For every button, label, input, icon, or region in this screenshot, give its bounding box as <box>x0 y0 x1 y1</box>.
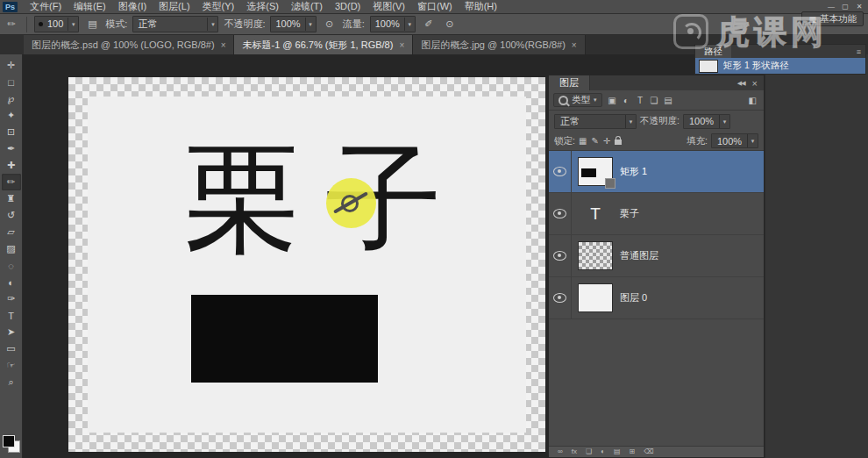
visibility-toggle[interactable] <box>549 193 572 234</box>
layer-row-text[interactable]: T 栗子 <box>549 193 764 235</box>
path-list-item[interactable]: 矩形 1 形状路径 <box>695 58 865 74</box>
canvas-rectangle-shape <box>191 295 378 383</box>
chevron-down-icon: ▾ <box>207 18 217 31</box>
layer-thumbnail[interactable] <box>578 241 613 270</box>
tab-layers[interactable]: 图层 <box>549 75 590 90</box>
opacity-select[interactable]: 100% ▾ <box>270 16 316 32</box>
layer-row-rectangle-1[interactable]: 矩形 1 <box>549 151 764 193</box>
layer-opacity-label: 不透明度: <box>640 115 679 127</box>
gradient-tool[interactable]: ▨ <box>2 240 21 257</box>
hand-tool[interactable]: ☞ <box>2 357 21 374</box>
tab-close-icon[interactable]: × <box>399 40 404 50</box>
flow-select[interactable]: 100% ▾ <box>370 16 416 32</box>
filter-pixel-layers-icon[interactable]: ▣ <box>606 96 619 105</box>
menu-file[interactable]: 文件(F) <box>24 0 68 13</box>
marquee-tool[interactable]: □ <box>2 74 21 90</box>
filter-toggle-icon[interactable]: ◧ <box>749 96 759 105</box>
lock-all-icon[interactable] <box>615 140 622 145</box>
type-tool[interactable]: T <box>2 307 21 324</box>
filter-shape-layers-icon[interactable]: ❏ <box>648 96 661 105</box>
foreground-color-swatch[interactable] <box>3 435 15 447</box>
dodge-tool[interactable]: ◐ <box>2 274 21 290</box>
menu-view[interactable]: 视图(V) <box>366 0 411 13</box>
chevron-down-icon: ▾ <box>625 115 636 128</box>
menu-image[interactable]: 图像(I) <box>112 0 153 13</box>
blend-mode-select[interactable]: 正常 ▾ <box>132 16 218 32</box>
visibility-toggle[interactable] <box>549 277 572 318</box>
eye-icon <box>553 167 566 176</box>
filter-smart-objects-icon[interactable]: ▤ <box>662 96 675 105</box>
layer-row-layer-0[interactable]: 图层 0 <box>549 277 764 319</box>
layer-thumbnail[interactable] <box>578 283 613 312</box>
layer-mask-icon[interactable]: ❏ <box>586 447 592 456</box>
document-tab-3[interactable]: 图层的概念.jpg @ 100%(RGB/8#) × <box>413 35 585 54</box>
opacity-label: 不透明度: <box>224 18 265 31</box>
layer-thumbnail[interactable] <box>578 157 613 186</box>
layer-opacity-select[interactable]: 100% ▾ <box>683 114 730 129</box>
layers-list: 矩形 1 T 栗子 普通图层 图层 0 <box>549 151 764 319</box>
crop-tool[interactable]: ⊡ <box>2 124 21 140</box>
menu-select[interactable]: 选择(S) <box>240 0 285 13</box>
lock-position-icon[interactable]: ✛ <box>603 136 610 146</box>
layer-filter-type-select[interactable]: 类型 ▾ <box>553 93 602 107</box>
move-tool[interactable]: ✛ <box>2 57 21 74</box>
menu-type[interactable]: 类型(Y) <box>196 0 241 13</box>
tab-close-icon[interactable]: × <box>572 40 577 50</box>
tablet-pressure-opacity-icon[interactable]: ⊙ <box>322 17 338 32</box>
pen-tool[interactable]: ✑ <box>2 290 21 307</box>
lock-image-pixels-icon[interactable]: ✎ <box>591 136 598 146</box>
close-panel-icon[interactable]: × <box>750 78 760 89</box>
clone-stamp-tool[interactable]: ♜ <box>2 190 21 207</box>
panel-menu-icon[interactable]: ≡ <box>852 45 865 58</box>
document-canvas[interactable]: 栗子 <box>68 77 545 452</box>
eyedropper-tool[interactable]: ✒ <box>2 140 21 157</box>
eraser-tool[interactable]: ▱ <box>2 224 21 240</box>
quick-selection-tool[interactable]: ✦ <box>2 107 21 124</box>
healing-brush-tool[interactable]: ✚ <box>2 157 21 174</box>
new-layer-icon[interactable]: ⊞ <box>630 447 636 456</box>
link-layers-icon[interactable]: ∞ <box>558 447 563 456</box>
layer-fill-select[interactable]: 100% ▾ <box>711 133 758 148</box>
history-brush-tool[interactable]: ↺ <box>2 207 21 224</box>
brush-tool[interactable]: ✏ <box>2 174 21 190</box>
collapse-panel-icon[interactable]: ◀◀ <box>735 80 748 87</box>
document-tab-2[interactable]: 未标题-1 @ 66.7% (矩形 1, RGB/8) × <box>234 35 413 54</box>
fill-label: 填充: <box>687 135 708 147</box>
tab-title: 未标题-1 @ 66.7% (矩形 1, RGB/8) <box>242 39 393 52</box>
blur-tool[interactable]: ◌ <box>2 257 21 274</box>
filter-adjustment-layers-icon[interactable]: ◐ <box>620 96 633 105</box>
delete-layer-icon[interactable]: ⌫ <box>644 447 653 456</box>
menu-edit[interactable]: 编辑(E) <box>68 0 112 13</box>
text-layer-thumbnail[interactable]: T <box>578 204 613 224</box>
tablet-pressure-size-icon[interactable]: ⊙ <box>442 17 458 32</box>
tab-close-icon[interactable]: × <box>221 40 226 50</box>
rectangle-tool[interactable]: ▭ <box>2 340 21 357</box>
layer-blend-mode-select[interactable]: 正常 ▾ <box>554 114 637 129</box>
color-swatches <box>3 435 20 453</box>
tab-paths[interactable]: 路径 <box>695 45 731 58</box>
zoom-tool[interactable]: ⌕ <box>2 374 21 390</box>
menu-layer[interactable]: 图层(L) <box>153 0 196 13</box>
paths-panel: 路径 ≡ 矩形 1 形状路径 <box>694 44 866 75</box>
lock-transparent-pixels-icon[interactable]: ▦ <box>579 136 587 146</box>
menu-window[interactable]: 窗口(W) <box>411 0 459 13</box>
visibility-toggle[interactable] <box>549 151 572 192</box>
workspace-switcher-button[interactable]: ▦ 基本功能 <box>801 11 864 26</box>
menu-help[interactable]: 帮助(H) <box>459 0 503 13</box>
toggle-brush-panel-icon[interactable]: ▤ <box>84 17 100 32</box>
layer-style-icon[interactable]: fx <box>572 447 577 456</box>
tool-preset-icon[interactable]: ✏ <box>4 17 19 32</box>
lasso-tool[interactable]: ℘ <box>2 90 21 107</box>
document-tab-1[interactable]: 图层的概念.psd @ 100% (LOGO, RGB/8#) × <box>24 35 234 54</box>
path-selection-tool[interactable]: ➤ <box>2 324 21 340</box>
filter-type-layers-icon[interactable]: T <box>634 96 647 105</box>
airbrush-icon[interactable]: ✐ <box>421 17 437 32</box>
menu-3d[interactable]: 3D(D) <box>329 0 366 13</box>
artboard[interactable]: 栗子 <box>88 97 526 433</box>
menu-filter[interactable]: 滤镜(T) <box>285 0 329 13</box>
adjustment-layer-icon[interactable]: ◐ <box>601 447 605 456</box>
visibility-toggle[interactable] <box>549 235 572 276</box>
layer-row-normal[interactable]: 普通图层 <box>549 235 764 277</box>
layer-group-icon[interactable]: ▤ <box>614 447 621 456</box>
brush-size-picker[interactable]: 100 ▾ <box>34 16 79 32</box>
